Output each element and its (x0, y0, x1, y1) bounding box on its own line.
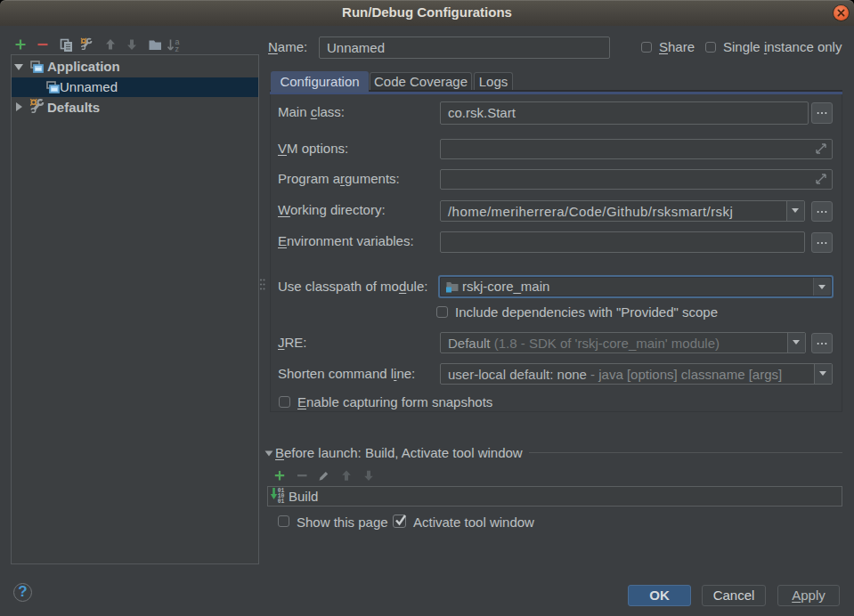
svg-text:01: 01 (278, 498, 285, 504)
svg-text:z: z (175, 45, 180, 52)
